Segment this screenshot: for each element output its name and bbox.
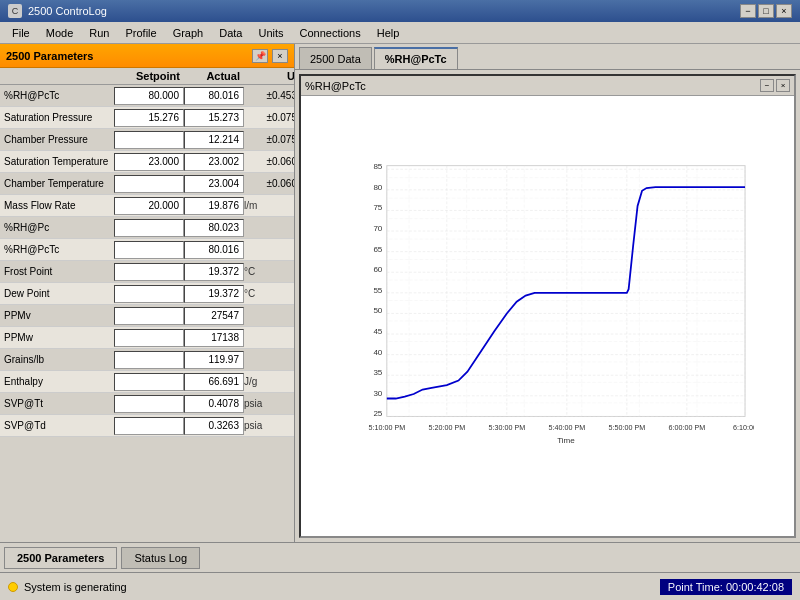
status-left: System is generating bbox=[8, 581, 127, 593]
chart-window: %RH@PcTc − × bbox=[299, 74, 796, 538]
param-setpoint-value[interactable] bbox=[114, 131, 184, 149]
table-row: PPMw17138 bbox=[0, 327, 294, 349]
param-uncertainty: ±0.453 bbox=[244, 90, 294, 101]
menu-item-data[interactable]: Data bbox=[211, 25, 250, 41]
param-setpoint-value[interactable] bbox=[114, 417, 184, 435]
param-actual-value[interactable]: 23.004 bbox=[184, 175, 244, 193]
param-name: Dew Point bbox=[4, 288, 114, 299]
svg-text:35: 35 bbox=[373, 368, 382, 377]
panel-pin-button[interactable]: 📌 bbox=[252, 49, 268, 63]
param-setpoint-value[interactable] bbox=[114, 395, 184, 413]
param-uncertainty: ±0.075 bbox=[244, 134, 294, 145]
tabs-row: 2500 Data%RH@PcTc bbox=[295, 44, 800, 70]
table-row: Enthalpy66.691J/g bbox=[0, 371, 294, 393]
param-setpoint-value[interactable] bbox=[114, 263, 184, 281]
param-actual-value[interactable]: 0.3263 bbox=[184, 417, 244, 435]
menu-item-units[interactable]: Units bbox=[250, 25, 291, 41]
svg-text:75: 75 bbox=[373, 203, 382, 212]
param-actual-value[interactable]: 17138 bbox=[184, 329, 244, 347]
param-setpoint-value[interactable] bbox=[114, 329, 184, 347]
param-setpoint-value[interactable]: 80.000 bbox=[114, 87, 184, 105]
bottom-tab-2500-parameters[interactable]: 2500 Parameters bbox=[4, 547, 117, 569]
tab-2500-data[interactable]: 2500 Data bbox=[299, 47, 372, 69]
param-name: %RH@PcTc bbox=[4, 90, 114, 101]
param-name: Saturation Temperature bbox=[4, 156, 114, 167]
menu-bar: FileModeRunProfileGraphDataUnitsConnecti… bbox=[0, 22, 800, 44]
menu-item-mode[interactable]: Mode bbox=[38, 25, 82, 41]
param-setpoint-value[interactable] bbox=[114, 175, 184, 193]
menu-item-help[interactable]: Help bbox=[369, 25, 408, 41]
title-bar: C 2500 ControLog − □ × bbox=[0, 0, 800, 22]
status-bar: System is generating Point Time: 00:00:4… bbox=[0, 572, 800, 600]
table-row: Saturation Pressure15.27615.273±0.075 bbox=[0, 107, 294, 129]
table-row: %RH@Pc80.023 bbox=[0, 217, 294, 239]
param-setpoint-value[interactable] bbox=[114, 373, 184, 391]
chart-close-button[interactable]: × bbox=[776, 79, 790, 92]
svg-text:45: 45 bbox=[373, 327, 382, 336]
param-name: Mass Flow Rate bbox=[4, 200, 114, 211]
param-actual-value[interactable]: 80.023 bbox=[184, 219, 244, 237]
param-rows-container: %RH@PcTc80.00080.016±0.453Saturation Pre… bbox=[0, 85, 294, 437]
param-actual-value[interactable]: 119.97 bbox=[184, 351, 244, 369]
param-actual-value[interactable]: 0.4078 bbox=[184, 395, 244, 413]
chart-container: %RH@PcTc − × bbox=[295, 70, 800, 542]
param-setpoint-value[interactable] bbox=[114, 285, 184, 303]
param-uncertainty: psia bbox=[244, 420, 294, 431]
svg-text:30: 30 bbox=[373, 389, 382, 398]
status-message: System is generating bbox=[24, 581, 127, 593]
param-setpoint-value[interactable]: 20.000 bbox=[114, 197, 184, 215]
table-row: %RH@PcTc80.00080.016±0.453 bbox=[0, 85, 294, 107]
app-title: 2500 ControLog bbox=[28, 5, 734, 17]
param-actual-value[interactable]: 15.273 bbox=[184, 109, 244, 127]
chart-minimize-button[interactable]: − bbox=[760, 79, 774, 92]
param-uncertainty: psia bbox=[244, 398, 294, 409]
param-setpoint-value[interactable] bbox=[114, 307, 184, 325]
minimize-button[interactable]: − bbox=[740, 4, 756, 18]
param-actual-value[interactable]: 80.016 bbox=[184, 87, 244, 105]
svg-text:5:50:00 PM: 5:50:00 PM bbox=[609, 424, 646, 432]
param-actual-value[interactable]: 66.691 bbox=[184, 373, 244, 391]
chart-window-controls: − × bbox=[760, 79, 790, 92]
param-name: SVP@Tt bbox=[4, 398, 114, 409]
panel-close-button[interactable]: × bbox=[272, 49, 288, 63]
param-actual-value[interactable]: 19.876 bbox=[184, 197, 244, 215]
svg-text:6:10:00: 6:10:00 bbox=[733, 424, 754, 432]
right-panel: 2500 Data%RH@PcTc %RH@PcTc − × bbox=[295, 44, 800, 542]
menu-item-file[interactable]: File bbox=[4, 25, 38, 41]
menu-item-run[interactable]: Run bbox=[81, 25, 117, 41]
param-setpoint-value[interactable]: 23.000 bbox=[114, 153, 184, 171]
maximize-button[interactable]: □ bbox=[758, 4, 774, 18]
menu-item-profile[interactable]: Profile bbox=[117, 25, 164, 41]
bottom-tab-status-log[interactable]: Status Log bbox=[121, 547, 200, 569]
param-setpoint-value[interactable] bbox=[114, 219, 184, 237]
close-button[interactable]: × bbox=[776, 4, 792, 18]
window-controls: − □ × bbox=[740, 4, 792, 18]
param-name: Chamber Temperature bbox=[4, 178, 114, 189]
tab--rh-pctc[interactable]: %RH@PcTc bbox=[374, 47, 458, 69]
param-setpoint-value[interactable] bbox=[114, 241, 184, 259]
svg-text:5:10:00 PM: 5:10:00 PM bbox=[369, 424, 406, 432]
param-name: PPMw bbox=[4, 332, 114, 343]
table-row: SVP@Tt0.4078psia bbox=[0, 393, 294, 415]
svg-text:5:40:00 PM: 5:40:00 PM bbox=[549, 424, 586, 432]
param-setpoint-value[interactable] bbox=[114, 351, 184, 369]
menu-item-graph[interactable]: Graph bbox=[165, 25, 212, 41]
param-actual-value[interactable]: 19.372 bbox=[184, 285, 244, 303]
param-actual-value[interactable]: 19.372 bbox=[184, 263, 244, 281]
menu-item-connections[interactable]: Connections bbox=[292, 25, 369, 41]
table-row: Mass Flow Rate20.00019.876l/m bbox=[0, 195, 294, 217]
param-actual-value[interactable]: 23.002 bbox=[184, 153, 244, 171]
param-actual-value[interactable]: 12.214 bbox=[184, 131, 244, 149]
table-row: Chamber Pressure12.214±0.075 bbox=[0, 129, 294, 151]
col-u: U bbox=[244, 70, 294, 82]
table-row: Dew Point19.372°C bbox=[0, 283, 294, 305]
param-uncertainty: l/m bbox=[244, 200, 294, 211]
svg-text:80: 80 bbox=[373, 183, 382, 192]
param-name: Frost Point bbox=[4, 266, 114, 277]
param-actual-value[interactable]: 27547 bbox=[184, 307, 244, 325]
col-setpoint: Setpoint bbox=[114, 70, 184, 82]
param-actual-value[interactable]: 80.016 bbox=[184, 241, 244, 259]
svg-rect-1 bbox=[387, 166, 745, 417]
panel-header: 2500 Parameters 📌 × bbox=[0, 44, 294, 68]
param-setpoint-value[interactable]: 15.276 bbox=[114, 109, 184, 127]
